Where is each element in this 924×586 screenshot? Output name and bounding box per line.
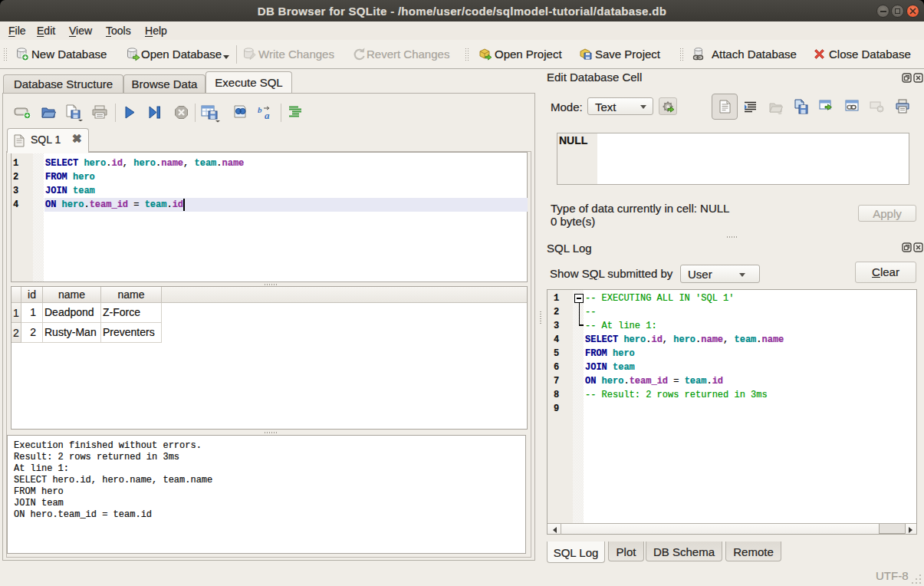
- svg-text:b: b: [258, 105, 262, 114]
- svg-text:a: a: [265, 110, 270, 120]
